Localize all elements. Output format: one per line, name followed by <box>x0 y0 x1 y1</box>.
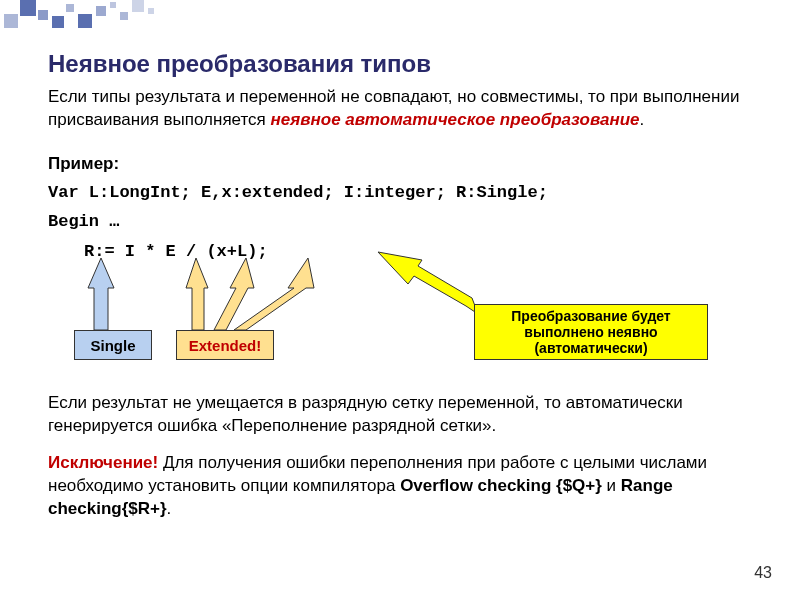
page-title: Неявное преобразования типов <box>48 50 760 78</box>
svg-marker-0 <box>88 258 114 330</box>
example-label: Пример: <box>48 154 760 174</box>
arrow-single <box>88 258 128 338</box>
decorative-squares <box>0 0 220 30</box>
code-line-1: Var L:LongInt; E,x:extended; I:integer; … <box>48 180 760 206</box>
svg-marker-4 <box>378 252 478 314</box>
intro-highlight: неявное автоматическое преобразование <box>271 110 640 129</box>
arrow-extended-1 <box>156 258 336 338</box>
exception-label: Исключение! <box>48 453 158 472</box>
callout-extended: Extended! <box>176 330 274 360</box>
exception-end: . <box>167 499 172 518</box>
option-overflow: Overflow checking {$Q+} <box>400 476 602 495</box>
paragraph-exception: Исключение! Для получения ошибки перепол… <box>48 452 760 521</box>
svg-marker-2 <box>214 258 254 330</box>
svg-marker-1 <box>186 258 208 330</box>
intro-text-2: . <box>640 110 645 129</box>
paragraph-overflow: Если результат не умещается в разрядную … <box>48 392 760 438</box>
callout-auto-conversion: Преобразование будет выполнено неявно (а… <box>474 304 708 360</box>
exception-mid: и <box>602 476 621 495</box>
intro-paragraph: Если типы результата и переменной не сов… <box>48 86 760 132</box>
callout-single: Single <box>74 330 152 360</box>
callout-area: Single Extended! Преобразование будет вы… <box>48 268 760 388</box>
arrow-yellow <box>378 252 488 322</box>
code-line-2: Begin … <box>48 209 760 235</box>
page-number: 43 <box>754 564 772 582</box>
